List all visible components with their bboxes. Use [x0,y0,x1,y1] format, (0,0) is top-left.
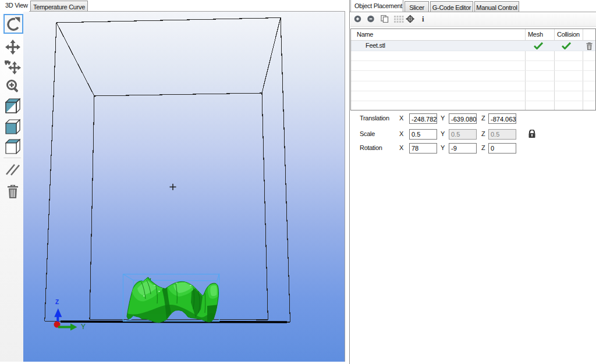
svg-text:Z: Z [55,299,59,305]
svg-text:i: i [422,15,424,23]
svg-text:Y: Y [81,323,86,331]
